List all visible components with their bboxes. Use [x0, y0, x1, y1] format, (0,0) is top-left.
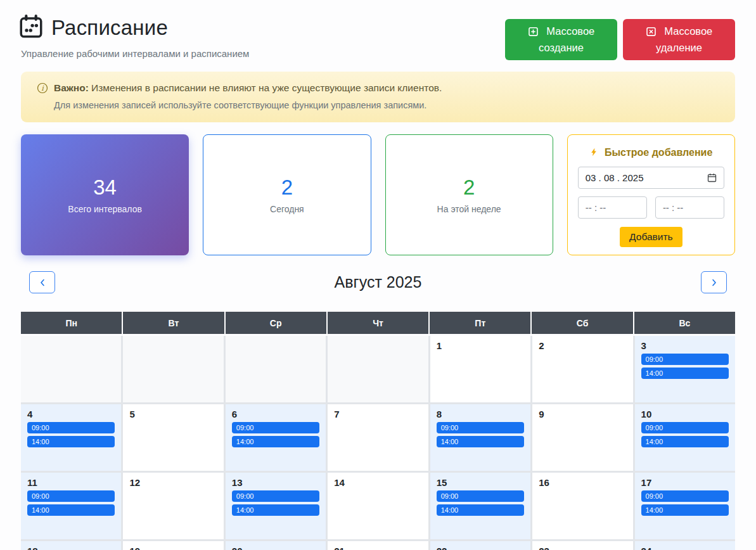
- interval-chip[interactable]: 09:00: [641, 354, 729, 365]
- bulk-delete-label: Массовое удаление: [656, 25, 712, 53]
- lightning-icon: [589, 147, 604, 158]
- interval-chip[interactable]: 14:00: [641, 436, 729, 447]
- calendar-day-cell[interactable]: 5: [123, 404, 223, 471]
- calendar-grid: ПнВтСрЧтПтСбВс 12309:0014:00409:0014:005…: [21, 312, 735, 550]
- calendar-small-icon[interactable]: [707, 173, 717, 182]
- bulk-delete-button[interactable]: Массовое удаление: [623, 19, 735, 60]
- quick-add-card: Быстрое добавление 03 . 08 . 2025 -- : -…: [567, 134, 735, 255]
- weekday-label: Ср: [226, 312, 326, 334]
- calendar-x-icon: [646, 25, 665, 37]
- calendar-day-cell[interactable]: 16: [532, 473, 632, 539]
- interval-chip[interactable]: 14:00: [232, 504, 319, 516]
- interval-chip[interactable]: 14:00: [232, 436, 319, 447]
- page-subtitle: Управление рабочими интервалами и распис…: [21, 48, 249, 59]
- day-number: 7: [334, 409, 421, 419]
- day-number: 9: [539, 409, 626, 419]
- interval-chip[interactable]: 09:00: [27, 490, 115, 502]
- day-number: 11: [27, 477, 115, 488]
- interval-chip[interactable]: 14:00: [437, 436, 524, 447]
- month-title: Август 2025: [335, 273, 422, 291]
- page-header: Расписание Управление рабочими интервала…: [21, 0, 735, 60]
- interval-chip[interactable]: 09:00: [437, 422, 524, 433]
- calendar-day-cell[interactable]: 309:0014:00: [635, 336, 735, 402]
- calendar-day-cell[interactable]: 2: [532, 336, 632, 402]
- day-number: 23: [539, 546, 626, 550]
- interval-chip[interactable]: 14:00: [641, 504, 729, 516]
- day-number: 16: [539, 477, 626, 488]
- interval-chip[interactable]: 09:00: [232, 490, 319, 502]
- day-number: 12: [129, 477, 217, 488]
- quick-add-title: Быстрое добавление: [578, 147, 724, 158]
- warning-banner: i Важно: Изменения в расписании не влияю…: [21, 72, 735, 122]
- calendar-day-cell[interactable]: 1309:0014:00: [226, 473, 326, 539]
- calendar-day-cell[interactable]: 23: [532, 541, 632, 550]
- calendar-day-cell[interactable]: 1: [430, 336, 530, 402]
- calendar-day-cell[interactable]: 409:0014:00: [21, 404, 121, 471]
- day-number: 3: [641, 340, 729, 351]
- interval-chip[interactable]: 09:00: [27, 422, 115, 433]
- interval-chip[interactable]: 14:00: [27, 436, 115, 447]
- weekday-label: Сб: [532, 312, 632, 334]
- day-number: 4: [27, 409, 115, 419]
- stat-card-week: 2 На этой неделе: [385, 134, 553, 255]
- chevron-left-icon: [39, 278, 46, 287]
- interval-chip[interactable]: 14:00: [641, 368, 729, 379]
- calendar-day-cell[interactable]: 14: [328, 473, 428, 539]
- calendar-empty-cell: [21, 336, 121, 402]
- interval-chip[interactable]: 09:00: [232, 422, 319, 433]
- schedule-icon: [18, 13, 44, 42]
- calendar-day-cell[interactable]: 1009:0014:00: [635, 404, 735, 471]
- interval-chip[interactable]: 14:00: [27, 504, 115, 516]
- interval-chip[interactable]: 09:00: [641, 490, 729, 502]
- month-navigation: Август 2025: [21, 271, 735, 293]
- date-input[interactable]: 03 . 08 . 2025: [578, 167, 724, 189]
- day-number: 24: [641, 546, 729, 550]
- calendar-day-cell[interactable]: 7: [328, 404, 428, 471]
- time-to-input[interactable]: -- : --: [655, 196, 724, 219]
- date-input-value: 03 . 08 . 2025: [586, 172, 644, 183]
- day-number: 18: [27, 546, 115, 550]
- day-number: 21: [334, 546, 421, 550]
- weekday-label: Чт: [328, 312, 428, 334]
- calendar-day-cell[interactable]: 609:0014:00: [226, 404, 326, 471]
- calendar-day-cell[interactable]: 2409:0014:00: [635, 541, 735, 550]
- svg-text:i: i: [41, 84, 44, 93]
- calendar-day-cell[interactable]: 1509:0014:00: [430, 473, 530, 539]
- day-number: 15: [437, 477, 524, 488]
- calendar-day-cell[interactable]: 1709:0014:00: [635, 473, 735, 539]
- warning-bold-label: Важно:: [54, 82, 89, 93]
- chevron-right-icon: [711, 278, 717, 287]
- add-interval-button[interactable]: Добавить: [620, 227, 682, 247]
- stats-row: 34 Всего интервалов 2 Сегодня 2 На этой …: [21, 134, 735, 250]
- day-number: 13: [232, 477, 319, 488]
- bulk-create-button[interactable]: Массовое создание: [505, 19, 617, 60]
- calendar-empty-cell: [226, 336, 326, 402]
- interval-chip[interactable]: 09:00: [437, 490, 524, 502]
- calendar-day-cell[interactable]: 2009:0014:00: [226, 541, 326, 550]
- interval-chip[interactable]: 14:00: [437, 504, 524, 516]
- day-number: 14: [334, 477, 421, 488]
- calendar-day-cell[interactable]: 809:0014:00: [430, 404, 530, 471]
- calendar-day-cell[interactable]: 9: [532, 404, 632, 471]
- day-number: 20: [232, 546, 319, 550]
- stat-card-today: 2 Сегодня: [203, 134, 371, 255]
- warning-text: Важно: Изменения в расписании не влияют …: [54, 82, 442, 94]
- stat-total-value: 34: [93, 176, 117, 200]
- time-from-input[interactable]: -- : --: [578, 196, 647, 219]
- weekday-label: Пт: [430, 312, 530, 334]
- calendar-day-cell[interactable]: 2209:0014:00: [430, 541, 530, 550]
- calendar-plus-icon: [528, 25, 547, 37]
- calendar-day-cell[interactable]: 1109:0014:00: [21, 473, 121, 539]
- calendar-day-cell[interactable]: 21: [328, 541, 428, 550]
- stat-today-label: Сегодня: [270, 204, 304, 214]
- day-number: 8: [437, 409, 524, 419]
- calendar-day-cell[interactable]: 19: [123, 541, 223, 550]
- next-month-button[interactable]: [701, 271, 727, 293]
- prev-month-button[interactable]: [29, 271, 55, 293]
- day-number: 1: [437, 340, 524, 351]
- stat-total-label: Всего интервалов: [68, 204, 142, 214]
- bulk-create-label: Массовое создание: [539, 25, 594, 53]
- calendar-day-cell[interactable]: 12: [123, 473, 223, 539]
- interval-chip[interactable]: 09:00: [641, 422, 729, 433]
- calendar-day-cell[interactable]: 1809:0014:00: [21, 541, 121, 550]
